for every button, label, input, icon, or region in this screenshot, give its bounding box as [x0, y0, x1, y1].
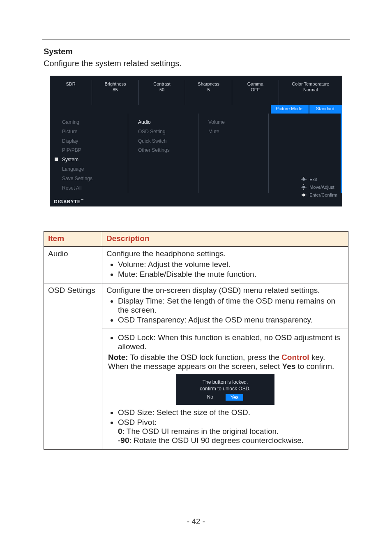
osd-right-accent — [341, 114, 342, 193]
th-desc: Description — [102, 232, 348, 247]
menu-save-settings[interactable]: Save Settings — [50, 174, 128, 183]
audio-bullet-volume: Volume: Adjust the volume level. — [118, 260, 344, 269]
top-rule — [42, 39, 350, 39]
pivot-label: OSD Pivot: — [118, 418, 157, 427]
osd-status-row: SDR Brightness 85 Contrast 50 Sharpness … — [50, 76, 342, 105]
menu-picture[interactable]: Picture — [50, 127, 128, 137]
status-sharpness-label: Sharpness — [187, 81, 230, 87]
osd-picture-mode-row: Picture Mode Standard — [271, 105, 342, 114]
description-table: Item Description Audio Configure the hea… — [44, 231, 348, 450]
osd-screenshot: SDR Brightness 85 Contrast 50 Sharpness … — [50, 76, 342, 206]
picture-mode-value: Standard — [309, 105, 342, 114]
status-gamma-value: OFF — [234, 87, 277, 93]
status-brightness-value: 85 — [94, 87, 137, 93]
cell-osd-desc-b: OSD Lock: When this function is enabled,… — [102, 329, 348, 450]
menu-reset-all[interactable]: Reset All — [50, 183, 128, 193]
dialog-no-button[interactable]: No — [207, 394, 213, 401]
page-number: - 42 - — [0, 517, 392, 526]
joystick-move-icon — [300, 184, 307, 190]
row-audio: Audio Configure the headphone settings. … — [44, 247, 348, 283]
unlock-dialog: The button is locked, confirm to unlock … — [176, 374, 274, 405]
status-colortemp-value: Normal — [281, 87, 341, 93]
osd-bullet-size: OSD Size: Select the size of the OSD. — [118, 408, 344, 417]
picture-mode-label: Picture Mode — [271, 105, 309, 114]
opt-volume[interactable]: Volume — [198, 118, 268, 127]
osd-hints: Exit Move/Adjust — [300, 174, 337, 197]
note-control: Control — [281, 353, 309, 362]
menu-language[interactable]: Language — [50, 165, 128, 174]
cell-audio-desc: Configure the headphone settings. Volume… — [102, 247, 348, 283]
status-sdr: SDR — [51, 81, 90, 87]
status-contrast-value: 50 — [141, 87, 184, 93]
hint-enter: Enter/Confirm — [309, 192, 337, 197]
menu-system[interactable]: System — [50, 155, 128, 165]
submenu-osd-setting[interactable]: OSD Setting — [128, 127, 198, 137]
menu-gaming[interactable]: Gaming — [50, 118, 128, 127]
pivot-0-text: : The OSD UI remains in the original loc… — [122, 427, 279, 436]
osd-menu-col3: Volume Mute — [198, 114, 268, 193]
status-colortemp-label: Color Temperature — [281, 81, 341, 87]
menu-display[interactable]: Display — [50, 137, 128, 146]
osd-menu-col1: Gaming Picture Display PIP/PBP System La… — [50, 114, 128, 193]
hint-exit: Exit — [309, 177, 317, 182]
osd-bullet-transparency: OSD Transparency: Adjust the OSD menu tr… — [118, 315, 344, 325]
status-brightness-label: Brightness — [94, 81, 137, 87]
submenu-audio[interactable]: Audio — [128, 118, 198, 127]
osd-menu-col2: Audio OSD Setting Quick Switch Other Set… — [128, 114, 198, 193]
pivot-90-label: -90 — [118, 436, 129, 445]
svg-point-2 — [302, 194, 305, 197]
gigabyte-logo: GIGABYTE™ — [54, 199, 84, 204]
cell-osd-desc-a: Configure the on-screen display (OSD) me… — [102, 283, 348, 329]
cell-audio-item: Audio — [44, 247, 102, 283]
submenu-other-settings[interactable]: Other Settings — [128, 146, 198, 155]
note-yes: Yes — [282, 362, 296, 371]
osd-intro: Configure the on-screen display (OSD) me… — [106, 286, 320, 295]
dialog-line1: The button is locked, — [180, 379, 270, 385]
svg-point-1 — [302, 186, 305, 188]
audio-intro: Configure the headphone settings. — [106, 249, 226, 258]
dialog-line2: confirm to unlock OSD. — [180, 386, 270, 392]
dialog-yes-button[interactable]: Yes — [226, 394, 244, 401]
pivot-90-text: : Rotate the OSD UI 90 degrees countercl… — [129, 436, 304, 445]
joystick-enter-icon — [300, 192, 307, 197]
osd-bullet-lock: OSD Lock: When this function is enabled,… — [118, 333, 344, 351]
note-label: Note: — [108, 353, 128, 362]
note-text-1: To disable the OSD lock function, press … — [128, 353, 282, 362]
section-subtitle: Configure the system related settings. — [44, 59, 348, 68]
menu-pip-pbp[interactable]: PIP/PBP — [50, 146, 128, 155]
status-gamma-label: Gamma — [234, 81, 277, 87]
pivot-0-label: 0 — [118, 427, 122, 436]
osd-bullet-displaytime: Display Time: Set the length of time the… — [118, 297, 344, 315]
hint-move: Move/Adjust — [309, 185, 334, 190]
th-item: Item — [44, 232, 102, 247]
status-contrast-label: Contrast — [141, 81, 184, 87]
audio-bullet-mute: Mute: Enable/Disable the mute function. — [118, 270, 344, 279]
svg-point-0 — [302, 178, 305, 181]
joystick-exit-icon — [300, 177, 307, 182]
row-osd-a: OSD Settings Configure the on-screen dis… — [44, 283, 348, 329]
section-title: System — [44, 47, 348, 56]
submenu-quick-switch[interactable]: Quick Switch — [128, 137, 198, 146]
status-sharpness-value: 5 — [187, 87, 230, 93]
cell-osd-item: OSD Settings — [44, 283, 102, 450]
osd-bullet-pivot: OSD Pivot: 0: The OSD UI remains in the … — [118, 418, 344, 445]
note-text-3: to confirm. — [295, 362, 334, 371]
opt-mute[interactable]: Mute — [198, 127, 268, 137]
